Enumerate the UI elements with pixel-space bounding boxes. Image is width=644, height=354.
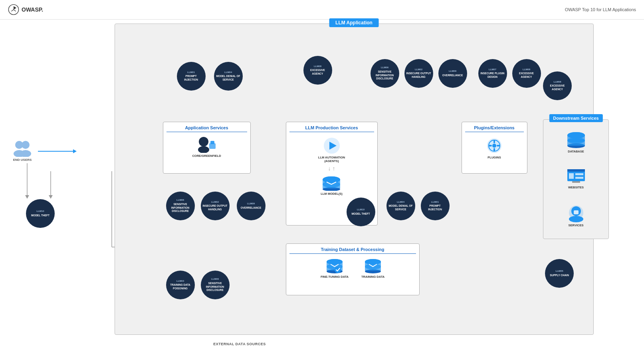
downstream-services-box: Downstream Services DATABASE xyxy=(543,119,609,239)
external-data-label: EXTERNAL DATA SOURCES xyxy=(213,342,266,346)
svg-marker-2 xyxy=(73,149,77,153)
app-services-box: Application Services CORE/GREENFIELD xyxy=(163,122,251,174)
svg-point-86 xyxy=(323,176,340,183)
svg-rect-92 xyxy=(493,140,495,143)
plugins-node-label: PLUGINS xyxy=(487,156,501,159)
llm07-insecure-plugin-top: LLM07 INSECURE PLUGIN DESIGN xyxy=(478,59,507,88)
training-title: Training Dataset & Processing xyxy=(289,247,416,254)
websites-label: WEBSITES xyxy=(568,186,584,189)
end-users-node: END USERS xyxy=(12,139,33,162)
svg-rect-79 xyxy=(210,141,214,144)
svg-point-74 xyxy=(22,141,30,149)
page-container: OWASP. OWASP Top 10 for LLM Applications xyxy=(0,0,644,343)
llm01b-prompt-injection: LLM01 PROMPT INJECTION xyxy=(421,192,450,220)
llm06-sensitive-top: LLM06 SENSITIVE INFORMATION DISCLOSURE xyxy=(371,59,399,88)
svg-rect-114 xyxy=(575,173,583,175)
llm10-model-theft-external: LLM10 MODEL THEFT xyxy=(26,199,55,228)
training-box: Training Dataset & Processing xyxy=(286,243,420,295)
llm08c-excessive-agency-outside: LLM08 EXCESSIVE AGENCY xyxy=(543,71,572,100)
llm04-model-denial-top: LLM04 MODEL DENIAL OF SERVICE xyxy=(214,62,243,91)
svg-point-77 xyxy=(198,146,209,153)
svg-point-99 xyxy=(335,267,341,273)
database-label: DATABASE xyxy=(568,150,584,153)
llm05-supply-chain: LLM05 SUPPLY CHAIN xyxy=(545,259,574,288)
svg-point-89 xyxy=(492,144,496,148)
downstream-services-label: Downstream Services xyxy=(549,114,602,122)
main-box-label: LLM Application xyxy=(329,18,379,27)
svg-point-110 xyxy=(567,138,585,142)
svg-marker-43 xyxy=(49,195,53,199)
logo-text: OWASP. xyxy=(22,6,43,13)
svg-point-109 xyxy=(567,132,585,138)
llm03-training-data-poisoning: LLM03 TRAINING DATA POISONING xyxy=(166,271,195,299)
plugins-box: Plugins/Extensions PLUGINS xyxy=(462,122,527,174)
llm01-prompt-injection-top: LLM01 PROMPT INJECTION xyxy=(177,62,206,91)
svg-rect-113 xyxy=(569,173,574,179)
svg-rect-115 xyxy=(575,177,583,179)
fine-tuning-data-label: FINE-TUNING DATA xyxy=(321,275,349,279)
llm06c-sensitive-info: LLM06 SENSITIVE INFORMATION DISCLOSURE xyxy=(201,271,230,299)
svg-point-98 xyxy=(327,259,343,265)
llm-models-label: LLM MODEL(S) xyxy=(321,192,343,196)
llm-production-title: LLM Production Services xyxy=(289,125,374,132)
svg-rect-116 xyxy=(572,181,580,183)
svg-rect-120 xyxy=(574,210,579,214)
llm08-excessive-agency-top: LLM08 EXCESSIVE AGENCY xyxy=(303,56,332,85)
llm09b-overreliance: LLM09 OVERRELIANCE xyxy=(237,192,266,220)
svg-rect-91 xyxy=(497,145,500,146)
svg-rect-90 xyxy=(489,145,492,146)
plugins-title: Plugins/Extensions xyxy=(465,125,524,132)
llm09-overreliance-top: LLM09 OVERRELIANCE xyxy=(438,59,467,88)
svg-rect-78 xyxy=(209,143,216,149)
svg-rect-112 xyxy=(567,169,585,172)
app-services-title: Application Services xyxy=(166,125,247,132)
svg-rect-93 xyxy=(493,148,495,151)
llm10-model-theft-center: LLM10 MODEL THEFT xyxy=(347,198,375,226)
main-diagram-box: LLM Application LLM01 PROMPT INJECTION L… xyxy=(115,24,594,335)
svg-point-104 xyxy=(365,259,381,265)
llm-automation-label: LLM AUTOMATION (AGENTS) xyxy=(316,156,348,163)
llm02b-insecure-output: LLM02 INSECURE OUTPUT HANDLING xyxy=(201,192,230,220)
llm04b-model-denial: LLM04 MODEL DENIAL OF SERVICE xyxy=(386,192,415,220)
llm02-insecure-output-top: LLM02 INSECURE OUTPUT HANDLING xyxy=(404,59,433,88)
services-label: SERVICES xyxy=(569,223,584,227)
header-title: OWASP Top 10 for LLM Applications xyxy=(565,7,636,12)
llm06b-sensitive: LLM06 SENSITIVE INFORMATION DISCLOSURE xyxy=(166,192,195,220)
svg-point-119 xyxy=(569,216,583,222)
page-header: OWASP. OWASP Top 10 for LLM Applications xyxy=(0,0,644,20)
core-greenfield-label: CORE/GREENFIELD xyxy=(192,154,221,158)
owasp-logo: OWASP. xyxy=(8,4,43,15)
end-users-label: END USERS xyxy=(13,158,32,162)
training-data-label: TRAINING DATA xyxy=(361,275,384,279)
diagram-area: END USERS LLM10 MODEL THEFT LLM Applicat… xyxy=(0,20,644,343)
svg-marker-45 xyxy=(25,195,29,199)
llm08b-excessive-agency-top: LLM08 EXCESSIVE AGENCY xyxy=(512,59,541,88)
svg-point-76 xyxy=(199,137,208,146)
